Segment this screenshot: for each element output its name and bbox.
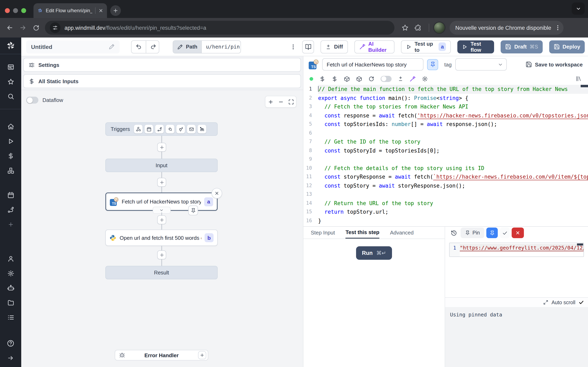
insert-step-button-4[interactable]	[157, 250, 166, 259]
path-value[interactable]: u/henri/pin	[201, 41, 241, 53]
library-icon[interactable]	[575, 75, 582, 82]
package-icon[interactable]	[344, 76, 350, 82]
error-handler-node[interactable]: Error Handler	[115, 350, 208, 360]
pinned-active-button[interactable]	[486, 227, 498, 238]
pinned-step-icon[interactable]	[188, 206, 198, 215]
sidebar-expand-icon[interactable]	[0, 351, 21, 365]
accept-check-button[interactable]	[500, 227, 510, 238]
sidebar-item-home[interactable]	[0, 119, 21, 134]
step-node-b[interactable]: Open url and fetch first 500 words of ..…	[105, 230, 218, 246]
editor-toggle[interactable]	[380, 76, 392, 82]
reset-refresh-icon[interactable]	[368, 76, 374, 82]
close-window-button[interactable]	[5, 8, 10, 13]
forward-button[interactable]	[16, 21, 29, 34]
sidebar-item-settings[interactable]	[0, 266, 21, 281]
new-tab-button[interactable]	[110, 5, 121, 16]
browser-tab[interactable]: Edit Flow u/henri/pin_results	[34, 3, 107, 18]
edit-path-button[interactable]: Path	[173, 41, 201, 53]
triggers-node[interactable]: Triggers	[105, 122, 218, 136]
sidebar-item-logs[interactable]	[0, 310, 21, 325]
all-static-inputs-row[interactable]: All Static Inputs	[23, 74, 301, 88]
history-icon[interactable]	[449, 227, 458, 238]
url-text[interactable]: app.windmill.dev/flows/edit/u/henri/pin_…	[65, 25, 206, 31]
reload-button[interactable]	[29, 21, 43, 34]
bookmark-star-icon[interactable]	[398, 21, 412, 34]
editor-diff-icon[interactable]	[398, 76, 403, 82]
zoom-in-button[interactable]	[265, 96, 276, 107]
sidebar-item-apps[interactable]	[0, 59, 21, 74]
http-route-trigger-icon[interactable]	[155, 125, 164, 133]
zoom-out-button[interactable]	[276, 96, 286, 107]
run-button[interactable]: Run ⌘↵	[356, 246, 392, 260]
tab-close-icon[interactable]	[98, 8, 103, 13]
diff-button[interactable]: Diff	[320, 40, 348, 53]
sidebar-item-schedules[interactable]	[0, 188, 21, 202]
sidebar-item-add[interactable]	[0, 217, 21, 232]
test-flow-button[interactable]: Test flow	[458, 40, 494, 53]
sidebar-item-resources[interactable]	[0, 163, 21, 178]
undo-button[interactable]	[132, 41, 146, 53]
flow-name-button[interactable]: Untitled	[26, 40, 120, 53]
remove-step-button[interactable]	[212, 188, 222, 199]
result-node[interactable]: Result	[105, 266, 218, 279]
pin-chip-button[interactable]: Pin	[461, 227, 484, 238]
docs-book-button[interactable]	[302, 40, 314, 53]
add-error-handler-button[interactable]	[198, 351, 206, 359]
edit-name-pencil-icon[interactable]	[109, 44, 115, 50]
email-trigger-icon[interactable]	[187, 125, 196, 133]
draft-button[interactable]: Draft ⌘S	[501, 40, 543, 53]
editor-ai-wand-icon[interactable]	[410, 76, 416, 82]
result-scrollbar-thumb[interactable]	[577, 243, 583, 245]
windmill-logo[interactable]	[0, 38, 21, 54]
insert-step-button-3[interactable]	[157, 215, 166, 224]
webhook-trigger-icon[interactable]	[134, 125, 143, 133]
minimize-window-button[interactable]	[13, 8, 18, 13]
tab-test-this-step[interactable]: Test this step	[346, 227, 380, 239]
profile-avatar[interactable]	[433, 22, 445, 34]
sidebar-item-runs[interactable]	[0, 134, 21, 149]
code-editor[interactable]: 1// Define the main function to fetch th…	[303, 85, 588, 226]
editor-settings-gear-icon[interactable]	[422, 76, 428, 82]
address-bar[interactable]: app.windmill.dev/flows/edit/u/henri/pin_…	[45, 21, 394, 35]
sidebar-item-favorites[interactable]	[0, 74, 21, 89]
tab-advanced[interactable]: Advanced	[390, 227, 414, 239]
pin-toggle-button[interactable]	[427, 59, 438, 70]
ai-builder-button[interactable]: AI Builder	[355, 40, 395, 53]
pinned-result-editor[interactable]: 1 "https://www.geoffreylitt.com/2025/04/…	[449, 243, 584, 257]
tab-step-input[interactable]: Step Input	[311, 227, 335, 239]
chrome-update-pill[interactable]: Nouvelle version de Chrome disponible	[450, 21, 563, 35]
input-node[interactable]: Input	[105, 159, 218, 172]
insert-step-button-1[interactable]	[157, 143, 166, 152]
zoom-fit-button[interactable]	[286, 96, 296, 107]
dataflow-toggle[interactable]	[26, 97, 38, 104]
browser-menu-kebab-icon[interactable]	[554, 25, 561, 31]
sidebar-item-users[interactable]	[0, 251, 21, 266]
sidebar-item-variables[interactable]	[0, 149, 21, 163]
poll-trigger-icon[interactable]	[198, 125, 206, 133]
sidebar-item-search[interactable]	[0, 89, 21, 104]
redo-button[interactable]	[146, 41, 159, 53]
flow-settings-row[interactable]: Settings	[23, 58, 301, 72]
schedule-trigger-icon[interactable]	[145, 125, 153, 133]
sidebar-item-help[interactable]	[0, 336, 21, 351]
insert-step-button-2[interactable]	[157, 178, 166, 187]
sidebar-item-triggers[interactable]	[0, 202, 21, 217]
tab-search-button[interactable]	[572, 2, 585, 15]
step-name-input[interactable]	[322, 58, 424, 71]
step-node-a[interactable]: TS Fetch url of HackerNews top story a	[105, 192, 218, 211]
tag-select[interactable]	[455, 58, 507, 71]
expand-icon[interactable]	[543, 300, 548, 305]
auto-scroll-checkbox[interactable]	[579, 300, 584, 305]
test-up-to-button[interactable]: Test up to a	[401, 40, 451, 53]
resources-dollar-icon[interactable]	[332, 76, 338, 82]
test-up-to-step-badge[interactable]: a	[439, 42, 446, 51]
sidebar-item-workers[interactable]	[0, 281, 21, 295]
zoom-window-button[interactable]	[21, 8, 26, 13]
package-icon-2[interactable]	[356, 76, 362, 82]
websocket-trigger-icon[interactable]	[176, 125, 185, 133]
more-options-kebab-icon[interactable]	[290, 43, 297, 50]
editor-scrollbar-thumb[interactable]	[581, 85, 588, 87]
variables-dollar-icon[interactable]	[319, 76, 325, 82]
site-info-icon[interactable]	[50, 22, 61, 33]
clear-pin-button[interactable]	[512, 227, 524, 238]
